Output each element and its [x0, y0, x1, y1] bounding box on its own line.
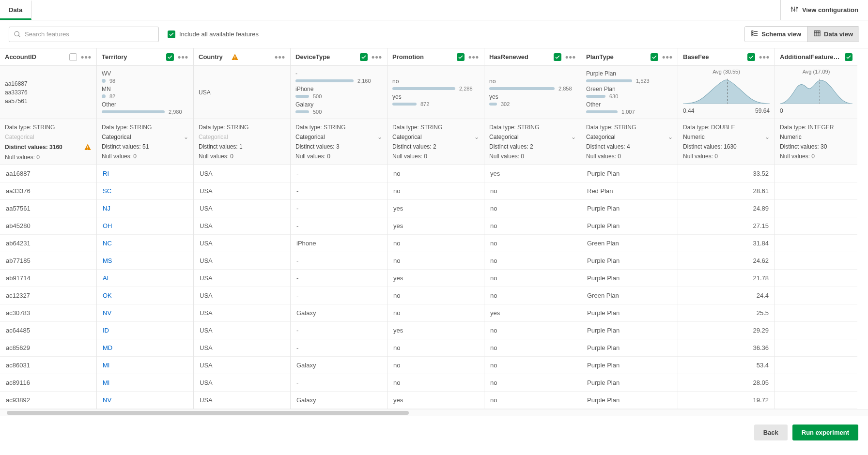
column-summary: no2,858 yes302: [484, 66, 581, 119]
column-summary: USA: [194, 66, 290, 119]
cell: OK: [97, 287, 193, 304]
column-meta: Data type: STRING Categorical Distinct v…: [194, 119, 290, 165]
cell: [775, 357, 857, 374]
sample-value: aa33376: [5, 89, 92, 96]
cell: yes: [388, 322, 484, 339]
cell: Purple Plan: [581, 200, 678, 217]
more-icon[interactable]: •••: [275, 53, 285, 61]
column-checkbox-checked[interactable]: [845, 53, 852, 61]
chevron-down-icon: ⌄: [571, 134, 576, 140]
more-icon[interactable]: •••: [372, 53, 382, 61]
cell: yes: [484, 304, 581, 322]
cell: MI: [97, 374, 193, 392]
svg-rect-19: [87, 149, 88, 149]
include-all-label: Include all available features: [179, 30, 259, 38]
cell: no: [484, 270, 581, 287]
cell: ac89116: [0, 374, 96, 392]
cell: no: [484, 252, 581, 270]
cell: MD: [97, 339, 193, 357]
cell: no: [388, 182, 484, 200]
column-checkbox-checked[interactable]: [360, 53, 368, 61]
more-icon[interactable]: •••: [81, 53, 92, 61]
column-accountid: AccountID ••• aa16887 aa33376 aa57561 Da…: [0, 48, 97, 409]
include-all-toggle[interactable]: Include all available features: [168, 30, 259, 38]
column-promotion: Promotion ••• no2,288 yes872 Data type: …: [388, 48, 484, 409]
cell: 24.89: [678, 200, 775, 217]
cell: [775, 392, 857, 409]
treatment-select[interactable]: Categorical⌄: [392, 134, 479, 140]
run-experiment-button[interactable]: Run experiment: [792, 425, 858, 440]
cell: Purple Plan: [581, 322, 678, 339]
column-header-plantype[interactable]: PlanType •••: [581, 48, 678, 66]
column-summary: Purple Plan1,523 Green Plan630 Other1,00…: [581, 66, 678, 119]
cell: USA: [194, 200, 290, 217]
column-meta: Data type: STRING Categorical⌄ Distinct …: [581, 119, 678, 165]
more-icon[interactable]: •••: [759, 53, 770, 61]
cell: [775, 235, 857, 252]
cell: ac12327: [0, 287, 96, 304]
cell: Purple Plan: [581, 165, 678, 182]
more-icon[interactable]: •••: [468, 53, 479, 61]
treatment-select[interactable]: Categorical⌄: [295, 134, 382, 140]
cell: ID: [97, 322, 193, 339]
cell: Galaxy: [291, 357, 387, 374]
column-cells: [775, 165, 857, 409]
column-checkbox[interactable]: [69, 53, 77, 61]
column-header-basefee[interactable]: BaseFee •••: [678, 48, 775, 66]
tab-data[interactable]: Data: [0, 0, 31, 20]
cell: USA: [194, 235, 290, 252]
data-view-button[interactable]: Data view: [807, 27, 859, 42]
distinct-values: Distinct values: 3160: [5, 143, 92, 151]
table-icon: [813, 30, 821, 39]
cell: no: [388, 165, 484, 182]
column-header-promotion[interactable]: Promotion •••: [388, 48, 484, 66]
column-header-devicetype[interactable]: DeviceType •••: [291, 48, 387, 66]
column-checkbox-checked[interactable]: [747, 53, 755, 61]
horizontal-scrollbar[interactable]: [0, 409, 868, 416]
column-meta: Data type: STRING Categorical⌄ Distinct …: [97, 119, 193, 165]
cell: [775, 252, 857, 270]
search-input[interactable]: [9, 27, 159, 42]
column-basefee: BaseFee ••• Avg (30.55) 0.4459.64 Data t…: [678, 48, 775, 409]
treatment-select[interactable]: Categorical⌄: [489, 134, 576, 140]
column-header-country[interactable]: Country •••: [194, 48, 290, 66]
treatment-select[interactable]: Categorical⌄: [102, 134, 188, 140]
cell: [775, 270, 857, 287]
cell: Purple Plan: [581, 339, 678, 357]
treatment-select: Categorical: [5, 134, 92, 140]
max-label: 59.64: [755, 107, 770, 114]
cell: 28.05: [678, 374, 775, 392]
cell: ab45280: [0, 217, 96, 235]
schema-view-button[interactable]: Schema view: [745, 27, 807, 42]
column-checkbox-checked[interactable]: [651, 53, 658, 61]
back-button[interactable]: Back: [754, 425, 788, 440]
treatment-select[interactable]: Numeric⌄: [683, 134, 770, 140]
cell: USA: [194, 252, 290, 270]
view-configuration-button[interactable]: View configuration: [780, 0, 868, 20]
column-devicetype: DeviceType ••• -2,160 iPhone500 Galaxy50…: [291, 48, 388, 409]
cell: -: [291, 287, 387, 304]
more-icon[interactable]: •••: [565, 53, 576, 61]
column-header-accountid[interactable]: AccountID •••: [0, 48, 96, 66]
cell: ac93892: [0, 392, 96, 409]
column-checkbox-checked[interactable]: [554, 53, 561, 61]
column-header-additional-feature[interactable]: AdditionalFeatureS…: [775, 48, 857, 66]
cell: [775, 217, 857, 235]
column-header-territory[interactable]: Territory •••: [97, 48, 193, 66]
column-checkbox-checked[interactable]: [457, 53, 465, 61]
cell: no: [388, 235, 484, 252]
cell: -: [291, 270, 387, 287]
more-icon[interactable]: •••: [662, 53, 673, 61]
svg-point-3: [791, 8, 792, 9]
schema-view-label: Schema view: [761, 30, 801, 38]
cell: yes: [484, 165, 581, 182]
treatment-select[interactable]: Categorical⌄: [586, 134, 673, 140]
column-cells: 33.5228.6124.8927.1531.8424.6221.7824.42…: [678, 165, 775, 409]
column-title: AccountID: [5, 53, 65, 61]
column-meta: Data type: DOUBLE Numeric⌄ Distinct valu…: [678, 119, 775, 165]
cell: no: [388, 374, 484, 392]
column-checkbox-checked[interactable]: [166, 53, 174, 61]
cell: USA: [194, 392, 290, 409]
column-header-hasrenewed[interactable]: HasRenewed •••: [484, 48, 581, 66]
more-icon[interactable]: •••: [178, 53, 188, 61]
